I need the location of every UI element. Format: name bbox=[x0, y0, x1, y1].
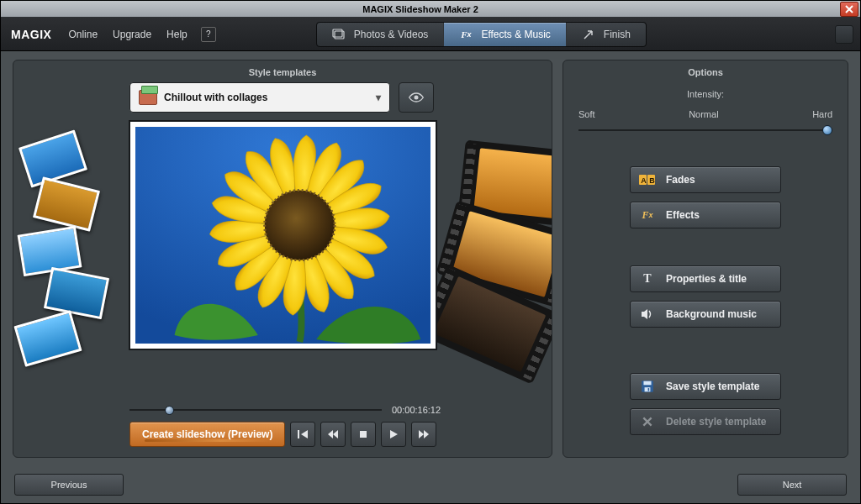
template-thumbnail-icon bbox=[139, 90, 157, 105]
window-titlebar: MAGIX Slideshow Maker 2 bbox=[1, 1, 860, 18]
menu-upgrade[interactable]: Upgrade bbox=[111, 25, 153, 44]
svg-rect-6 bbox=[298, 430, 299, 438]
wizard-footer: Previous Next bbox=[1, 466, 860, 503]
previous-button[interactable]: Previous bbox=[14, 474, 124, 496]
tab-effects-music-label: Effects & Music bbox=[481, 29, 550, 40]
svg-marker-12 bbox=[419, 430, 424, 438]
timeline-slider-knob[interactable] bbox=[165, 406, 174, 415]
style-template-selected: Chillout with collages bbox=[164, 92, 267, 103]
wizard-tabs: Photos & Videos Fx Effects & Music Finis… bbox=[316, 22, 647, 47]
fades-ab-icon: AB bbox=[639, 172, 656, 187]
next-button[interactable]: Next bbox=[737, 474, 847, 496]
transport-forward-button[interactable] bbox=[411, 422, 436, 447]
intensity-hard-label: Hard bbox=[812, 109, 832, 119]
brand-logo: MAGIX bbox=[8, 28, 55, 41]
sunflower-preview-image bbox=[135, 127, 430, 344]
delete-x-icon bbox=[639, 414, 656, 429]
chrome-extra-button[interactable] bbox=[835, 25, 853, 44]
fx-icon: Fx bbox=[459, 28, 473, 41]
style-template-dropdown[interactable]: Chillout with collages ▾ bbox=[129, 82, 390, 113]
tab-effects-music[interactable]: Fx Effects & Music bbox=[444, 23, 566, 46]
tab-photos-videos[interactable]: Photos & Videos bbox=[317, 23, 445, 46]
intensity-label: Intensity: bbox=[578, 89, 832, 99]
style-preview-button[interactable] bbox=[399, 82, 434, 113]
svg-rect-10 bbox=[360, 431, 367, 438]
options-heading: Options bbox=[563, 60, 848, 82]
create-slideshow-preview-label: Create slideshow (Preview) bbox=[142, 428, 272, 440]
transport-stop-button[interactable] bbox=[351, 422, 376, 447]
background-music-label: Background music bbox=[666, 308, 757, 320]
intensity-slider[interactable] bbox=[578, 124, 832, 136]
title-t-icon: T bbox=[639, 271, 656, 286]
svg-marker-11 bbox=[390, 430, 398, 438]
floppy-save-icon bbox=[639, 379, 656, 394]
transport-rewind-button[interactable] bbox=[320, 422, 346, 447]
transport-play-button[interactable] bbox=[381, 422, 406, 447]
previous-label: Previous bbox=[51, 480, 87, 490]
tab-photos-videos-label: Photos & Videos bbox=[354, 29, 429, 40]
eye-icon bbox=[408, 92, 425, 103]
create-button-progress-indicator bbox=[145, 439, 271, 442]
save-style-template-label: Save style template bbox=[666, 381, 759, 392]
svg-marker-7 bbox=[301, 430, 308, 438]
next-label: Next bbox=[783, 480, 802, 490]
chevron-down-icon: ▾ bbox=[376, 92, 381, 103]
transport-first-button[interactable] bbox=[290, 422, 315, 447]
speaker-icon bbox=[639, 307, 656, 322]
effects-label: Effects bbox=[666, 209, 700, 221]
svg-text:A: A bbox=[641, 176, 647, 185]
intensity-slider-knob[interactable] bbox=[822, 125, 832, 135]
svg-text:B: B bbox=[649, 176, 655, 185]
window-title: MAGIX Slideshow Maker 2 bbox=[1, 4, 840, 14]
properties-title-button[interactable]: T Properties & title bbox=[630, 265, 781, 292]
svg-marker-13 bbox=[424, 430, 429, 438]
slideshow-preview-frame bbox=[129, 121, 436, 349]
create-slideshow-preview-button[interactable]: Create slideshow (Preview) bbox=[129, 422, 285, 447]
style-templates-panel: Style templates Chillout with collages ▾ bbox=[13, 60, 552, 458]
photo-stack-icon bbox=[332, 28, 346, 41]
effects-button[interactable]: Fx Effects bbox=[630, 202, 781, 228]
style-templates-heading: Style templates bbox=[13, 60, 552, 82]
window-close-button[interactable] bbox=[840, 2, 858, 17]
preview-timecode: 00:00:16:12 bbox=[392, 405, 441, 415]
svg-rect-22 bbox=[648, 388, 650, 391]
preview-timeline-slider[interactable] bbox=[129, 406, 382, 414]
intensity-soft-label: Soft bbox=[578, 109, 595, 119]
svg-marker-8 bbox=[328, 430, 333, 438]
svg-marker-18 bbox=[642, 309, 647, 319]
tab-finish-label: Finish bbox=[604, 29, 631, 40]
save-style-template-button[interactable]: Save style template bbox=[630, 373, 781, 400]
decorative-filmstrip bbox=[420, 132, 552, 378]
svg-marker-9 bbox=[333, 430, 338, 438]
options-panel: Options Intensity: Soft Normal Hard AB F… bbox=[563, 60, 848, 458]
delete-style-template-button: Delete style template bbox=[630, 408, 781, 435]
hint-icon[interactable]: ? bbox=[201, 27, 216, 42]
svg-rect-21 bbox=[645, 387, 651, 391]
background-music-button[interactable]: Background music bbox=[630, 301, 781, 328]
menu-help[interactable]: Help bbox=[165, 25, 189, 44]
fades-button[interactable]: AB Fades bbox=[630, 166, 781, 193]
properties-title-label: Properties & title bbox=[666, 273, 747, 285]
finish-arrow-icon bbox=[582, 28, 595, 41]
menu-online[interactable]: Online bbox=[66, 25, 99, 44]
fx-icon: Fx bbox=[639, 207, 656, 223]
delete-style-template-label: Delete style template bbox=[666, 416, 766, 428]
app-menubar: MAGIX Online Upgrade Help ? Photos & Vid… bbox=[1, 18, 860, 51]
fades-label: Fades bbox=[666, 174, 695, 186]
tab-finish[interactable]: Finish bbox=[567, 23, 646, 46]
svg-rect-20 bbox=[643, 381, 651, 386]
svg-point-2 bbox=[415, 96, 419, 100]
intensity-normal-label: Normal bbox=[689, 109, 718, 119]
